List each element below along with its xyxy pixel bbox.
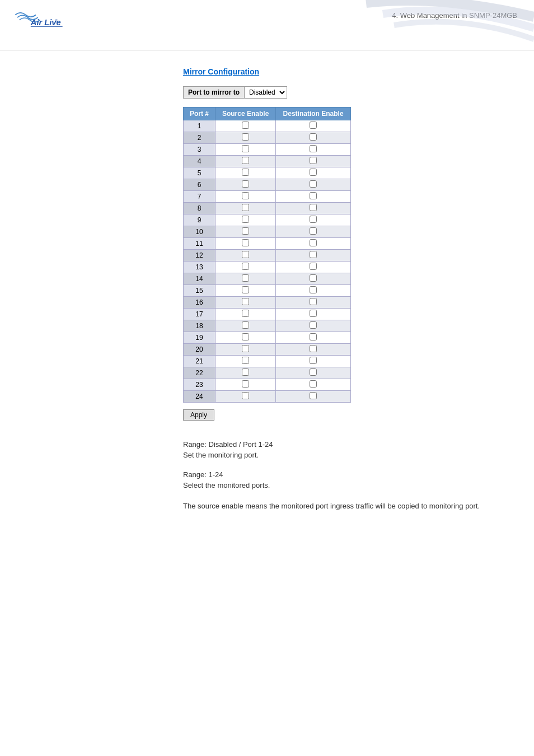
source-enable-checkbox[interactable] [242,227,249,235]
port-mirror-select[interactable]: Disabled Port 1 Port 2 Port 3 Port 4 Por… [245,86,287,99]
dest-enable-checkbox[interactable] [310,368,317,376]
source-enable-cell [216,367,276,379]
source-enable-cell [216,285,276,297]
source-enable-checkbox[interactable] [242,204,249,211]
dest-enable-cell [276,226,351,238]
dest-enable-cell [276,120,351,132]
source-enable-checkbox[interactable] [242,333,249,340]
dest-enable-cell [276,309,351,320]
dest-enable-checkbox[interactable] [310,380,317,388]
table-row: 23 [184,379,351,391]
col-port: Port # [184,108,216,120]
port-number: 14 [184,273,216,285]
source-enable-checkbox[interactable] [242,263,249,270]
source-enable-checkbox[interactable] [242,392,249,399]
dest-enable-cell [276,391,351,403]
dest-enable-checkbox[interactable] [310,251,317,258]
table-row: 4 [184,156,351,167]
dest-enable-checkbox[interactable] [310,274,317,282]
source-enable-checkbox[interactable] [242,122,249,129]
source-enable-cell [216,132,276,144]
port-number: 13 [184,262,216,273]
source-enable-checkbox[interactable] [242,357,249,364]
source-enable-cell [216,120,276,132]
source-enable-checkbox[interactable] [242,157,249,164]
desc-1-text: Set the monitoring port. [183,451,512,459]
table-row: 14 [184,273,351,285]
port-number: 17 [184,309,216,320]
port-number: 19 [184,332,216,344]
port-number: 16 [184,297,216,309]
dest-enable-checkbox[interactable] [310,345,317,352]
dest-enable-checkbox[interactable] [310,392,317,399]
dest-enable-checkbox[interactable] [310,133,317,141]
table-row: 21 [184,356,351,367]
port-number: 7 [184,191,216,203]
desc-2-text: Select the monitored ports. [183,481,512,489]
dest-enable-cell [276,250,351,262]
dest-enable-checkbox[interactable] [310,145,317,152]
dest-enable-checkbox[interactable] [310,169,317,176]
source-enable-cell [216,226,276,238]
port-number: 18 [184,320,216,332]
dest-enable-checkbox[interactable] [310,298,317,305]
source-enable-cell [216,250,276,262]
dest-enable-checkbox[interactable] [310,204,317,211]
source-enable-cell [216,320,276,332]
port-number: 12 [184,250,216,262]
desc-1: Range: Disabled / Port 1-24 Set the moni… [183,440,512,459]
source-enable-cell [216,344,276,356]
dest-enable-checkbox[interactable] [310,157,317,164]
dest-enable-cell [276,332,351,344]
source-enable-cell [216,332,276,344]
source-enable-checkbox[interactable] [242,380,249,388]
dest-enable-cell [276,191,351,203]
dest-enable-checkbox[interactable] [310,239,317,246]
source-enable-checkbox[interactable] [242,310,249,317]
dest-enable-cell [276,297,351,309]
source-enable-cell [216,309,276,320]
dest-enable-cell [276,144,351,156]
dest-enable-checkbox[interactable] [310,286,317,293]
dest-enable-checkbox[interactable] [310,263,317,270]
source-enable-checkbox[interactable] [242,298,249,305]
header-decoration [338,0,534,48]
source-enable-checkbox[interactable] [242,251,249,258]
table-row: 11 [184,238,351,250]
source-enable-cell [216,203,276,214]
dest-enable-checkbox[interactable] [310,357,317,364]
source-enable-checkbox[interactable] [242,286,249,293]
source-enable-checkbox[interactable] [242,321,249,329]
source-enable-checkbox[interactable] [242,169,249,176]
source-enable-checkbox[interactable] [242,180,249,188]
source-enable-checkbox[interactable] [242,145,249,152]
apply-button[interactable]: Apply [183,409,214,421]
dest-enable-checkbox[interactable] [310,321,317,329]
source-enable-checkbox[interactable] [242,239,249,246]
main-content: Mirror Configuration Port to mirror to D… [0,50,534,534]
source-enable-checkbox[interactable] [242,192,249,199]
dest-enable-checkbox[interactable] [310,227,317,235]
table-row: 8 [184,203,351,214]
source-enable-checkbox[interactable] [242,345,249,352]
dest-enable-cell [276,238,351,250]
source-enable-checkbox[interactable] [242,216,249,223]
port-number: 6 [184,179,216,191]
dest-enable-cell [276,379,351,391]
dest-enable-checkbox[interactable] [310,192,317,199]
port-number: 11 [184,238,216,250]
source-enable-checkbox[interactable] [242,368,249,376]
source-enable-checkbox[interactable] [242,274,249,282]
dest-enable-checkbox[interactable] [310,180,317,188]
source-enable-cell [216,262,276,273]
table-row: 9 [184,214,351,226]
dest-enable-checkbox[interactable] [310,310,317,317]
source-enable-checkbox[interactable] [242,133,249,141]
dest-enable-cell [276,214,351,226]
dest-enable-checkbox[interactable] [310,216,317,223]
dest-enable-checkbox[interactable] [310,122,317,129]
source-enable-cell [216,167,276,179]
col-dest: Destination Enable [276,108,351,120]
dest-enable-checkbox[interactable] [310,333,317,340]
source-enable-cell [216,214,276,226]
